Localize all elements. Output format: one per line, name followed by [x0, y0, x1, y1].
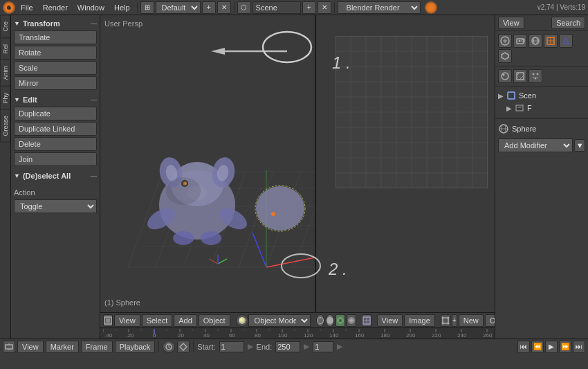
play-icon[interactable]: ▶ [545, 341, 558, 353]
tab-create[interactable]: Cre [0, 15, 10, 38]
rp-texture-icon[interactable] [513, 69, 527, 83]
transform-section-header[interactable]: ▼ Transform — [14, 18, 97, 29]
tab-physics[interactable]: Phy [0, 87, 10, 110]
new-btn[interactable]: New [459, 314, 484, 327]
transform-section-label: Transform [23, 19, 60, 28]
rotate-button[interactable]: Rotate [14, 46, 97, 60]
delete-button[interactable]: Delete [14, 137, 97, 151]
svg-rect-140 [508, 92, 515, 99]
rp-particle-icon[interactable] [529, 69, 542, 83]
rp-material-icon[interactable] [498, 69, 512, 83]
workspace-close-icon[interactable]: ✕ [217, 1, 231, 14]
scale-button[interactable]: Scale [14, 61, 97, 75]
tab-grease[interactable]: Grease [0, 109, 10, 143]
render-engine-dropdown[interactable]: Blender Render [338, 1, 421, 14]
svg-text:0: 0 [153, 332, 156, 339]
transform-arrow-icon: ▼ [14, 20, 20, 27]
timeline-frame-btn[interactable]: Frame [81, 341, 113, 353]
tl-sep-2 [193, 341, 194, 352]
add-modifier-dropdown[interactable]: Add Modifier [498, 138, 573, 152]
go-forward-icon[interactable]: ⏩ [559, 341, 571, 353]
scene-icon [506, 91, 516, 100]
rp-render-icon[interactable] [498, 34, 512, 48]
mirror-button[interactable]: Mirror [14, 76, 97, 90]
open-btn[interactable]: Open [485, 314, 495, 327]
timeline-area-icon[interactable] [3, 341, 15, 353]
rp-data-icon[interactable] [498, 49, 512, 63]
rp-modifier-icon[interactable] [559, 34, 573, 48]
uv-editor-icon[interactable] [362, 314, 371, 327]
rp-world-icon[interactable] [529, 34, 542, 48]
current-frame-input[interactable] [313, 341, 333, 352]
timeline-sync-icon[interactable] [163, 341, 175, 353]
workspace-add-icon[interactable]: + [202, 1, 216, 14]
scene-add-icon[interactable]: + [302, 1, 316, 14]
start-frame-input[interactable] [219, 341, 244, 352]
scene-tree-icon: ▶ [498, 92, 504, 100]
annotation-number-2: 2 . [329, 260, 347, 279]
timeline-marker-btn[interactable]: Marker [46, 341, 79, 353]
select-menu-btn[interactable]: Select [142, 314, 173, 327]
image-view-btn[interactable]: View [377, 314, 403, 327]
tab-relations[interactable]: Rel [0, 38, 10, 60]
add-menu-btn[interactable]: Add [174, 314, 197, 327]
edit-section-header[interactable]: ▼ Edit — [14, 94, 97, 105]
svg-text:20: 20 [178, 332, 184, 339]
go-end-icon[interactable]: ⏭ [573, 341, 585, 353]
svg-text:60: 60 [229, 332, 235, 339]
svg-line-21 [252, 233, 266, 267]
workspace-icon[interactable]: ⊞ [140, 1, 154, 14]
right-panel: View Search [495, 15, 588, 339]
object-mode-group: Object Mode [236, 314, 311, 327]
timeline-bar: View Marker Frame Playback Start: ▶ End:… [0, 339, 588, 354]
duplicate-button[interactable]: Duplicate [14, 107, 97, 120]
svg-marker-131 [502, 53, 508, 60]
rp-view-btn[interactable]: View [498, 17, 524, 29]
viewport-wire-icon[interactable] [316, 314, 324, 327]
action-dropdown[interactable]: Toggle [14, 199, 97, 213]
deselect-section-header[interactable]: ▼ (De)select All — [14, 170, 97, 181]
window-menu[interactable]: Window [73, 2, 109, 13]
translate-button[interactable]: Translate [14, 30, 97, 44]
uv-add-icon[interactable]: + [452, 314, 457, 327]
join-button[interactable]: Join [14, 152, 97, 166]
end-frame-input[interactable] [275, 341, 300, 352]
f-tree-icon: ▶ [506, 105, 512, 112]
rp-object-icon[interactable] [544, 34, 558, 48]
svg-point-70 [339, 319, 342, 322]
start-label: Start: [197, 343, 215, 351]
workspace-dropdown[interactable]: Default [156, 1, 201, 14]
modifier-arrow-icon[interactable]: ▼ [574, 139, 585, 152]
outliner-f-item[interactable]: ▶ F [498, 102, 585, 114]
viewport-texture-icon[interactable] [336, 314, 345, 327]
scene-input[interactable] [252, 1, 301, 14]
svg-rect-68 [106, 318, 110, 323]
viewport-render-icon[interactable] [347, 314, 356, 327]
tab-animation[interactable]: Anim [0, 60, 10, 87]
vt-area-icon[interactable] [103, 314, 113, 327]
viewport-toolbar: View Select Add Object Object Mode [100, 312, 495, 327]
scene-icon[interactable]: ⬡ [237, 1, 251, 14]
file-menu[interactable]: File [17, 2, 37, 13]
duplicate-linked-button[interactable]: Duplicate Linked [14, 122, 97, 136]
help-menu[interactable]: Help [110, 2, 134, 13]
uv-snap-icon[interactable] [441, 314, 450, 327]
image-menu-btn[interactable]: Image [404, 314, 435, 327]
go-start-icon[interactable]: ⏮ [517, 341, 530, 353]
view-menu-btn[interactable]: View [114, 314, 140, 327]
rp-search-btn[interactable]: Search [551, 17, 585, 29]
timeline-view-btn[interactable]: View [17, 341, 44, 353]
timeline-playback-btn[interactable]: Playback [115, 341, 156, 353]
blender-logo-icon[interactable] [3, 1, 15, 14]
playback-controls: ⏮ ⏪ ▶ ⏩ ⏭ [517, 341, 585, 353]
object-mode-dropdown[interactable]: Object Mode [248, 314, 311, 327]
scene-close-icon[interactable]: ✕ [318, 1, 331, 14]
object-menu-btn[interactable]: Object [199, 314, 230, 327]
outliner-scene-item[interactable]: ▶ Scen [498, 89, 585, 102]
timeline-key-icon[interactable] [177, 341, 190, 353]
viewport-3d[interactable]: User Persp [100, 15, 495, 312]
go-back-icon[interactable]: ⏪ [531, 341, 544, 353]
viewport-solid-icon[interactable] [326, 314, 334, 327]
render-menu[interactable]: Render [39, 2, 72, 13]
rp-camera-icon[interactable] [513, 34, 527, 48]
